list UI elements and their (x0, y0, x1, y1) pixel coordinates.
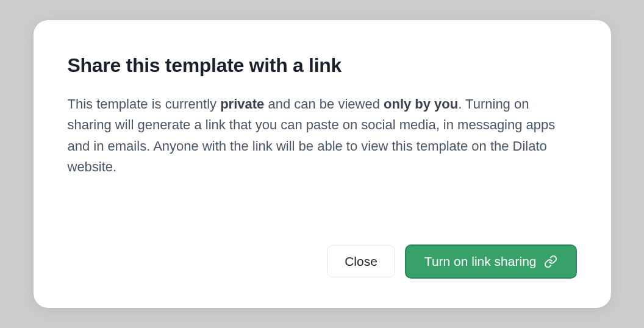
link-icon (544, 255, 557, 268)
desc-text-1: This template is currently (68, 96, 221, 112)
modal-description: This template is currently private and c… (68, 94, 577, 177)
close-button-label: Close (345, 255, 377, 268)
desc-bold-private: private (220, 96, 264, 112)
modal-title: Share this template with a link (68, 54, 577, 77)
turn-on-link-sharing-button[interactable]: Turn on link sharing (405, 244, 577, 279)
primary-button-label: Turn on link sharing (424, 255, 537, 268)
desc-text-2: and can be viewed (264, 96, 384, 112)
share-modal: Share this template with a link This tem… (34, 20, 611, 307)
modal-actions: Close Turn on link sharing (68, 244, 577, 279)
close-button[interactable]: Close (327, 245, 395, 277)
desc-bold-only-you: only by you (384, 96, 458, 112)
